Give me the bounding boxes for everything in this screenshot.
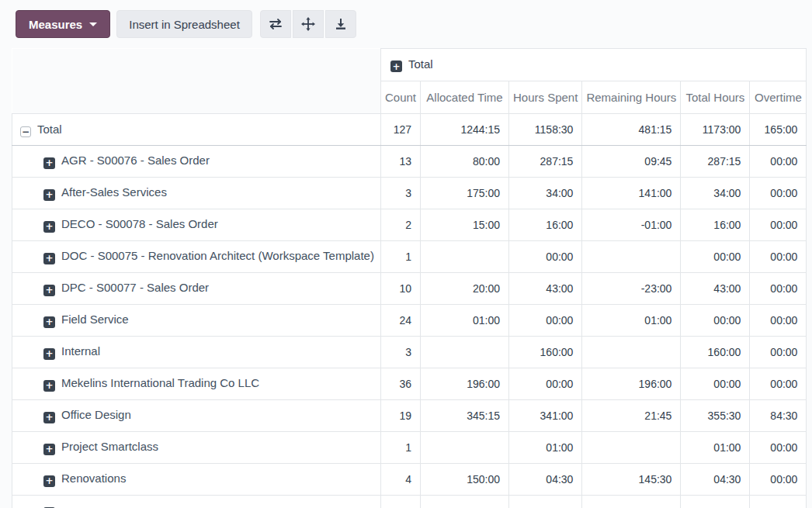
measures-button[interactable]: Measures: [16, 10, 110, 38]
pivot-row: +AGR - S00076 - Sales Order1380:00287:15…: [12, 146, 807, 178]
pivot-value-cell: [509, 496, 582, 508]
pivot-value-cell: 345:15: [421, 400, 509, 432]
expand-row-icon[interactable]: +: [43, 316, 55, 328]
row-label: DPC - S00077 - Sales Order: [61, 281, 209, 294]
row-header-cell[interactable]: +Mekelins International Trading Co LLC: [12, 368, 381, 400]
pivot-row: +DPC - S00077 - Sales Order1020:0043:00-…: [12, 273, 807, 305]
expand-row-icon[interactable]: +: [43, 285, 55, 296]
pivot-value-cell: 16:00: [681, 209, 750, 241]
pivot-value-cell: 00:00: [509, 305, 582, 337]
row-label: Total: [37, 123, 62, 136]
collapse-row-icon[interactable]: −: [20, 126, 31, 137]
row-header-cell[interactable]: +Renovations: [12, 464, 381, 496]
pivot-value-cell: 1158:30: [509, 114, 582, 146]
measure-header-total-hours[interactable]: Total Hours: [681, 81, 750, 114]
pivot-value-cell: 1173:00: [681, 114, 750, 146]
pivot-value-cell: 00:00: [509, 241, 582, 273]
pivot-value-cell: 00:00: [750, 241, 807, 273]
pivot-row: +: [12, 496, 807, 508]
measure-header-allocated-time[interactable]: Allocated Time: [421, 81, 509, 114]
pivot-corner-cell: [12, 49, 381, 81]
measure-header-remaining-hours[interactable]: Remaining Hours: [582, 81, 681, 114]
pivot-value-cell: 00:00: [681, 305, 750, 337]
pivot-value-cell: 150:00: [421, 464, 509, 496]
row-header-cell[interactable]: +DOC - S00075 - Renovation Architect (Wo…: [12, 241, 381, 273]
pivot-value-cell: 127: [380, 114, 420, 146]
pivot-value-cell: -23:00: [582, 273, 681, 305]
row-label: Project Smartclass: [61, 440, 158, 453]
pivot-row: +Office Design19345:15341:0021:45355:308…: [12, 400, 807, 432]
row-label: AGR - S00076 - Sales Order: [61, 154, 210, 167]
row-header-cell[interactable]: +DPC - S00077 - Sales Order: [12, 273, 381, 305]
pivot-value-cell: 01:00: [421, 305, 509, 337]
pivot-value-cell: 01:00: [509, 432, 582, 464]
measure-header-count[interactable]: Count: [380, 81, 420, 114]
flip-axis-icon: [268, 18, 283, 30]
row-header-cell[interactable]: +: [12, 496, 381, 508]
expand-row-icon[interactable]: +: [43, 380, 55, 392]
pivot-value-cell: 1244:15: [421, 114, 509, 146]
expand-row-icon[interactable]: +: [43, 412, 55, 423]
expand-row-icon[interactable]: +: [43, 221, 55, 233]
row-header-cell[interactable]: +DECO - S00078 - Sales Order: [12, 209, 381, 241]
column-group-total-label: Total: [408, 57, 433, 71]
row-header-cell[interactable]: +Office Design: [12, 400, 381, 432]
row-label: Mekelins International Trading Co LLC: [61, 376, 259, 389]
pivot-value-cell: 287:15: [681, 146, 750, 178]
pivot-value-cell: [421, 241, 509, 273]
pivot-value-cell: -01:00: [582, 209, 681, 241]
pivot-value-cell: 481:15: [582, 114, 681, 146]
expand-row-icon[interactable]: +: [43, 348, 55, 360]
expand-row-icon[interactable]: +: [43, 157, 55, 169]
row-header-cell[interactable]: +Internal: [12, 337, 381, 368]
pivot-value-cell: [421, 496, 509, 508]
expand-row-icon[interactable]: +: [43, 253, 55, 264]
pivot-value-cell: 00:00: [750, 337, 807, 368]
row-header-cell[interactable]: +Project Smartclass: [12, 432, 381, 464]
measure-header-hours-spent[interactable]: Hours Spent: [509, 81, 582, 114]
pivot-value-cell: [582, 432, 681, 464]
expand-row-icon[interactable]: +: [43, 444, 55, 455]
pivot-row: +Internal3160:00160:0000:00: [12, 337, 807, 368]
pivot-value-cell: 00:00: [750, 273, 807, 305]
pivot-row: +Field Service2401:0000:0001:0000:0000:0…: [12, 305, 807, 337]
measures-button-label: Measures: [29, 18, 82, 31]
pivot-value-cell: 355:30: [681, 400, 750, 432]
column-group-total-header[interactable]: +Total: [380, 49, 806, 81]
pivot-value-cell: 00:00: [750, 178, 807, 209]
row-header-cell[interactable]: +Field Service: [12, 305, 381, 337]
row-header-cell[interactable]: −Total: [12, 114, 381, 146]
expand-column-total-icon[interactable]: +: [390, 60, 402, 72]
pivot-value-cell: 3: [380, 337, 420, 368]
pivot-value-cell: 20:00: [421, 273, 509, 305]
pivot-toolbar: Measures Insert in Spreadsheet: [0, 0, 812, 40]
pivot-value-cell: 00:00: [681, 368, 750, 400]
flip-axis-button[interactable]: [260, 10, 291, 38]
pivot-value-cell: 196:00: [582, 368, 681, 400]
row-header-cell[interactable]: +After-Sales Services: [12, 178, 381, 209]
row-header-cell[interactable]: +AGR - S00076 - Sales Order: [12, 146, 381, 178]
pivot-row-total: −Total1271244:151158:30481:151173:00165:…: [12, 114, 807, 146]
pivot-value-cell: [421, 337, 509, 368]
pivot-corner-cell-2: [12, 81, 381, 114]
pivot-value-cell: 15:00: [421, 209, 509, 241]
download-button[interactable]: [325, 10, 356, 38]
pivot-value-cell: 160:00: [509, 337, 582, 368]
insert-in-spreadsheet-button[interactable]: Insert in Spreadsheet: [116, 10, 252, 38]
expand-all-button[interactable]: [293, 10, 324, 38]
row-label: Field Service: [61, 313, 129, 326]
expand-row-icon[interactable]: +: [43, 189, 55, 201]
column-group-header-row: +Total: [12, 49, 807, 81]
pivot-value-cell: 84:30: [750, 400, 807, 432]
expand-row-icon[interactable]: +: [43, 475, 55, 487]
pivot-icon-button-group: [260, 10, 356, 38]
pivot-value-cell: [421, 432, 509, 464]
pivot-value-cell: 1: [380, 241, 420, 273]
expand-all-icon: [301, 17, 315, 31]
row-label: DOC - S00075 - Renovation Architect (Wor…: [61, 249, 374, 262]
pivot-table: +Total Count Allocated Time Hours Spent …: [12, 48, 807, 508]
pivot-value-cell: 04:30: [681, 464, 750, 496]
pivot-row: +DECO - S00078 - Sales Order215:0016:00-…: [12, 209, 807, 241]
measure-header-overtime[interactable]: Overtime: [750, 81, 807, 114]
pivot-value-cell: 3: [380, 178, 420, 209]
